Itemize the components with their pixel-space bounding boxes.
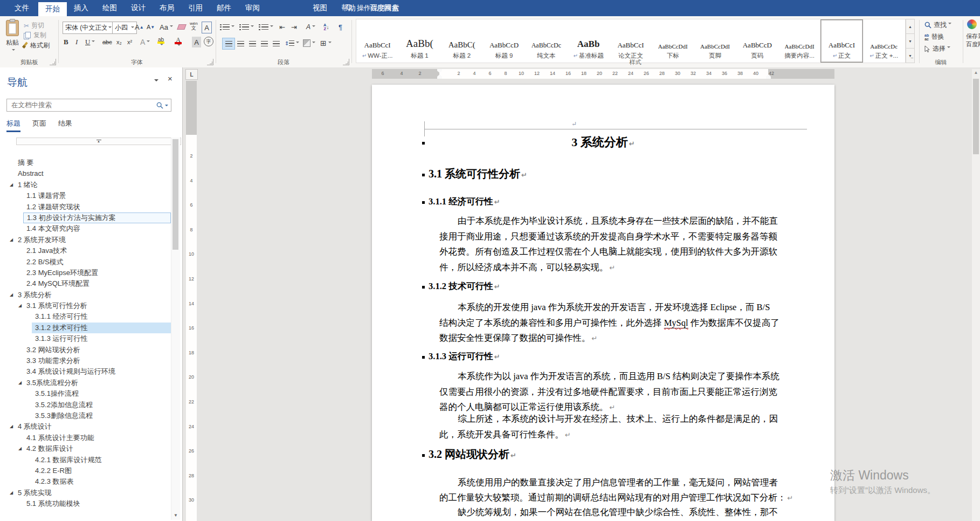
doc-line[interactable]: 本系统作为以 java 作为开发语言的系统，而且选用 B/S 结构则决定了要操作… <box>439 369 784 385</box>
clear-formatting-icon[interactable] <box>178 22 185 32</box>
ribbon-tab-布局[interactable]: 布局 <box>153 0 181 16</box>
doc-heading[interactable]: 3.2 网站现状分析↵ <box>422 447 516 463</box>
font-size-select[interactable]: 小四 <box>112 22 137 34</box>
nav-item[interactable]: 3.2 网站现状分析 <box>0 345 171 355</box>
nav-item[interactable]: 1.1 课题背景 <box>0 190 171 201</box>
nav-scrollbar-thumb[interactable] <box>172 139 178 250</box>
strikethrough-button[interactable]: abc <box>102 37 112 47</box>
ribbon-tab-开始[interactable]: 开始 <box>38 2 67 16</box>
doc-heading[interactable]: 3.1.3 运行可行性↵ <box>422 351 500 363</box>
text-effects-button[interactable]: A <box>140 37 150 47</box>
nav-item[interactable]: ◢5 系统实现 <box>0 488 171 498</box>
style-item-下标[interactable]: AaBbCcDdI下标 <box>652 19 694 63</box>
nav-item[interactable]: 1.4 本文研究内容 <box>0 223 171 234</box>
superscript-button[interactable]: x² <box>127 37 132 47</box>
change-case-button[interactable]: Aa <box>160 22 173 32</box>
baidu-save-label1[interactable]: 保存到 <box>966 32 980 40</box>
nav-options-chevron-icon[interactable] <box>154 79 158 84</box>
enclose-characters-button[interactable]: 字 <box>204 37 213 46</box>
nav-item[interactable]: 4.2.1 数据库设计规范 <box>0 455 171 465</box>
ribbon-tab-插入[interactable]: 插入 <box>67 0 95 16</box>
style-item-纯文本[interactable]: AaBbCcDc纯文本 <box>525 19 567 63</box>
expand-triangle-icon[interactable]: ◢ <box>18 443 22 454</box>
borders-button[interactable]: ⊞ <box>320 38 332 49</box>
style-item-页码[interactable]: AaBbCcD页码 <box>736 19 778 63</box>
cut-button[interactable]: ✂ 剪切 <box>24 21 44 30</box>
font-name-select[interactable]: 宋体 (中文正文) <box>63 22 114 34</box>
grow-font-button[interactable]: A▲ <box>135 22 144 32</box>
shading-button[interactable] <box>303 38 315 49</box>
replace-button[interactable]: abac 替换 <box>924 32 944 42</box>
ribbon-tab-绘图[interactable]: 绘图 <box>95 0 124 16</box>
expand-triangle-icon[interactable]: ◢ <box>10 290 13 300</box>
doc-heading[interactable]: 3 系统分析↵ <box>372 134 834 152</box>
document-page[interactable]: ↵ 3 系统分析↵3.1 系统可行性分析↵3.1.1 经济可行性↵由于本系统是作… <box>372 85 834 521</box>
paragraph-dialog-launcher-icon[interactable] <box>343 59 349 65</box>
find-button[interactable]: 查找 <box>924 20 951 30</box>
justify-button[interactable] <box>258 38 271 50</box>
nav-item[interactable]: ◢1 绪论 <box>0 180 171 190</box>
nav-item[interactable]: 1.3 初步设计方法与实施方案 <box>23 212 171 223</box>
gallery-scroll-up-icon[interactable]: ▲ <box>906 19 915 34</box>
style-item-正文 +...[interactable]: AaBbCcDc↵正文 +... <box>863 19 905 63</box>
tell-me-bulb-icon[interactable] <box>345 4 353 12</box>
ribbon-tab-邮件[interactable]: 邮件 <box>210 0 238 16</box>
highlight-color-button[interactable]: ab <box>157 37 164 47</box>
ribbon-tab-设计[interactable]: 设计 <box>124 0 153 16</box>
copy-button[interactable]: 复制 <box>24 31 46 40</box>
character-border-button[interactable]: A <box>202 22 212 33</box>
tab-stop-selector[interactable]: L <box>185 69 198 80</box>
doc-scrollbar-thumb[interactable] <box>973 79 979 154</box>
font-dialog-launcher-icon[interactable] <box>207 59 213 65</box>
nav-item[interactable]: 3.5.1操作流程 <box>0 388 171 399</box>
nav-search-chevron-icon[interactable] <box>165 105 168 108</box>
doc-line[interactable]: 结构决定了本系统的兼容性和多用户可操作性，此外选择 MySql 作为数据库不仅提… <box>439 316 784 331</box>
line-spacing-button[interactable]: ⇕ <box>285 38 299 49</box>
bold-button[interactable]: B <box>64 37 68 47</box>
nav-item[interactable]: 3.3 功能需求分析 <box>0 355 171 366</box>
jump-to-top-bar[interactable]: ▲ <box>16 138 181 145</box>
nav-item[interactable]: 3.1.1 经济可行性 <box>0 311 171 322</box>
subscript-button[interactable]: x₂ <box>116 37 122 47</box>
doc-paragraph[interactable]: 系统使用用户的数量直接决定了用户信息管理者的工作量，毫无疑问，网站管理者的工作量… <box>439 475 784 521</box>
style-item-标题 9[interactable]: AaBbCcD标题 9 <box>483 19 525 63</box>
format-painter-button[interactable]: 格式刷 <box>22 41 50 50</box>
ribbon-tab-审阅[interactable]: 审阅 <box>238 0 267 16</box>
doc-line[interactable]: 由于本系统是作为毕业设计系统，且系统本身存在一些技术层面的缺陷，并不能直 <box>439 214 784 229</box>
doc-scroll-up-icon[interactable]: ▲ <box>972 70 980 75</box>
nav-close-icon[interactable]: × <box>168 74 172 83</box>
asian-layout-button[interactable]: A <box>306 22 315 32</box>
nav-item[interactable]: 2.4 MySQL环境配置 <box>0 278 171 289</box>
expand-triangle-icon[interactable]: ◢ <box>18 378 22 388</box>
align-left-button[interactable] <box>222 38 235 50</box>
doc-line[interactable]: 仅需要占用很小的资源，并没有过多地硬件配置要求，目前市面上只要能正常运行浏览 <box>439 385 784 400</box>
doc-heading[interactable]: 3.1.2 技术可行性↵ <box>422 280 500 293</box>
style-item-基准标题[interactable]: AaBb↵基准标题 <box>567 19 609 63</box>
doc-line[interactable]: 本系统的开发使用 java 作为系统开发的开发语言，开发环境选择 Eclipse… <box>439 300 784 316</box>
nav-item[interactable]: ◢2 系统开发环境 <box>0 235 171 245</box>
numbering-button[interactable] <box>239 22 254 32</box>
nav-item[interactable]: ◢3.5系统流程分析 <box>0 378 171 388</box>
nav-item[interactable]: 2.3 MyEclipse环境配置 <box>0 268 171 278</box>
document-scrollbar[interactable]: ▲ <box>972 69 980 521</box>
style-item-页脚[interactable]: AaBbCcDdI页脚 <box>694 19 736 63</box>
vertical-ruler[interactable]: 24681012141618202224262830 <box>186 81 197 521</box>
sort-button[interactable]: AZ ↓ <box>323 22 329 32</box>
nav-item[interactable]: ◢4.2 数据库设计 <box>0 443 171 454</box>
nav-tab-结果[interactable]: 结果 <box>58 119 72 132</box>
show-marks-button[interactable]: ¶ <box>339 22 342 32</box>
doc-paragraph[interactable]: 综上所述，本系统的设计与开发在经济上、技术上、运行上的条件都是满足的，因此，系统… <box>439 412 784 442</box>
expand-triangle-icon[interactable]: ◢ <box>10 235 13 245</box>
nav-item[interactable]: 3.4 系统设计规则与运行环境 <box>0 366 171 377</box>
nav-item[interactable]: 4.2.2 E-R图 <box>0 465 171 476</box>
nav-tab-标题[interactable]: 标题 <box>6 119 20 132</box>
paste-button[interactable]: 粘贴 <box>4 20 20 55</box>
nav-item[interactable]: 2.2 B/S模式 <box>0 257 171 268</box>
nav-item[interactable]: 3.1.2 技术可行性 <box>32 323 171 333</box>
doc-line[interactable]: 的工作量较大较繁琐。通过前期的调研总结出网站现有的对用户管理工作状况如下分析：↵ <box>439 490 784 505</box>
clipboard-dialog-launcher-icon[interactable] <box>50 59 56 65</box>
nav-item[interactable]: 3.5.3删除信息流程 <box>0 410 171 421</box>
align-center-button[interactable] <box>234 38 247 50</box>
nav-item[interactable]: ◢3.1 系统可行性分析 <box>0 300 171 311</box>
nav-item[interactable]: 3.1.3 运行可行性 <box>0 333 171 344</box>
